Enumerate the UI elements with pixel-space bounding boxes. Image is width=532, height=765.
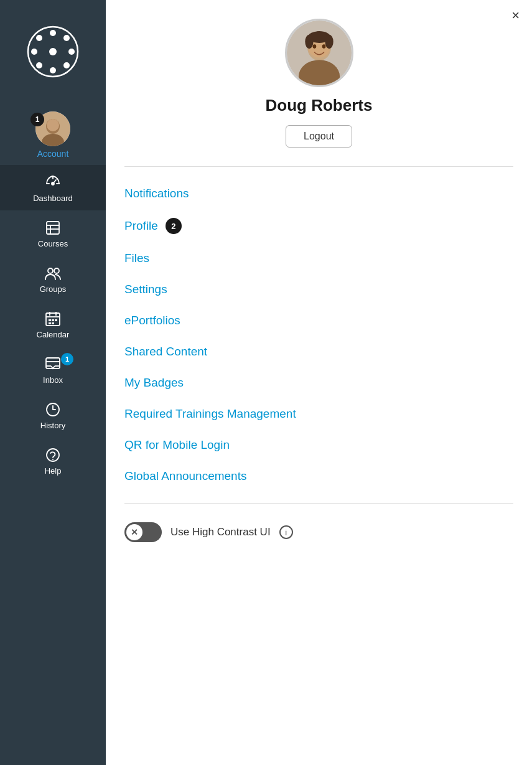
svg-rect-30 (52, 319, 54, 321)
svg-point-4 (31, 49, 37, 55)
history-label: History (40, 421, 65, 430)
contrast-toggle-label: Use High Contrast UI (170, 526, 271, 538)
menu-item-required-trainings[interactable]: Required Trainings Management (124, 398, 513, 429)
inbox-badge: 1 (61, 353, 73, 365)
svg-rect-34 (46, 358, 60, 368)
logout-button[interactable]: Logout (286, 125, 352, 148)
sidebar: 1 Account Dashboard (0, 0, 106, 765)
help-label: Help (45, 466, 62, 476)
help-icon (43, 445, 63, 465)
menu-item-eportfolios[interactable]: ePortfolios (124, 305, 513, 336)
history-icon (43, 400, 63, 420)
sidebar-item-inbox[interactable]: 1 Inbox (0, 347, 106, 392)
svg-rect-31 (55, 319, 57, 321)
svg-point-24 (54, 268, 59, 273)
sidebar-logo (0, 0, 106, 103)
svg-rect-32 (49, 322, 51, 324)
high-contrast-toggle[interactable]: ✕ (124, 522, 162, 542)
svg-point-47 (325, 35, 333, 49)
courses-label: Courses (38, 239, 68, 248)
user-section: Doug Roberts Logout (106, 0, 532, 160)
account-label: Account (37, 149, 69, 159)
close-button[interactable]: × (511, 9, 520, 22)
calendar-label: Calendar (37, 330, 70, 339)
menu-item-shared-content[interactable]: Shared Content (124, 336, 513, 367)
toggle-x-icon: ✕ (131, 527, 138, 537)
courses-icon (43, 218, 63, 238)
svg-rect-33 (52, 322, 54, 324)
svg-rect-19 (47, 222, 59, 234)
svg-point-46 (305, 35, 313, 49)
profile-badge: 2 (166, 218, 182, 234)
account-badge: 1 (30, 113, 44, 126)
svg-point-48 (312, 44, 316, 49)
bottom-divider (124, 503, 513, 504)
inbox-label: Inbox (43, 375, 63, 385)
svg-point-13 (47, 119, 59, 131)
account-nav-item[interactable]: 1 Account (0, 103, 106, 165)
inbox-icon (43, 354, 63, 374)
sidebar-item-courses[interactable]: Courses (0, 210, 106, 256)
menu-item-notifications[interactable]: Notifications (124, 178, 513, 209)
sidebar-item-dashboard[interactable]: Dashboard (0, 165, 106, 210)
groups-label: Groups (40, 284, 67, 294)
svg-point-40 (52, 459, 54, 460)
sidebar-item-calendar[interactable]: Calendar (0, 301, 106, 347)
contrast-toggle-section: ✕ Use High Contrast UI i (106, 510, 532, 555)
dashboard-label: Dashboard (33, 194, 73, 203)
top-divider (124, 166, 513, 167)
svg-point-7 (63, 62, 70, 68)
svg-point-18 (52, 182, 54, 185)
svg-point-6 (36, 35, 42, 41)
svg-point-5 (68, 49, 75, 55)
dashboard-icon (43, 172, 63, 192)
svg-point-23 (48, 268, 53, 273)
sidebar-item-help[interactable]: Help (0, 438, 106, 483)
calendar-icon (43, 309, 63, 329)
svg-point-1 (49, 48, 57, 55)
svg-point-2 (50, 30, 56, 36)
sidebar-item-groups[interactable]: Groups (0, 256, 106, 301)
menu-item-global-announcements[interactable]: Global Announcements (124, 461, 513, 492)
user-avatar (285, 19, 353, 87)
sidebar-item-history[interactable]: History (0, 392, 106, 438)
svg-rect-29 (49, 319, 51, 321)
menu-item-settings[interactable]: Settings (124, 274, 513, 305)
groups-icon (43, 263, 63, 283)
account-panel: × Doug Roberts Logout No (106, 0, 532, 765)
menu-item-files[interactable]: Files (124, 243, 513, 274)
svg-point-49 (322, 44, 325, 49)
user-name: Doug Roberts (266, 96, 373, 115)
menu-item-my-badges[interactable]: My Badges (124, 367, 513, 398)
info-icon[interactable]: i (279, 525, 293, 539)
menu-item-profile[interactable]: Profile 2 (124, 209, 513, 243)
svg-point-8 (63, 35, 70, 41)
sidebar-nav: Dashboard Courses (0, 165, 106, 765)
svg-point-9 (36, 62, 42, 68)
menu-item-qr-login[interactable]: QR for Mobile Login (124, 429, 513, 461)
canvas-logo-icon (25, 24, 81, 80)
account-menu: Notifications Profile 2 Files Settings e… (106, 173, 532, 497)
toggle-knob: ✕ (126, 524, 142, 540)
svg-point-3 (50, 67, 56, 73)
